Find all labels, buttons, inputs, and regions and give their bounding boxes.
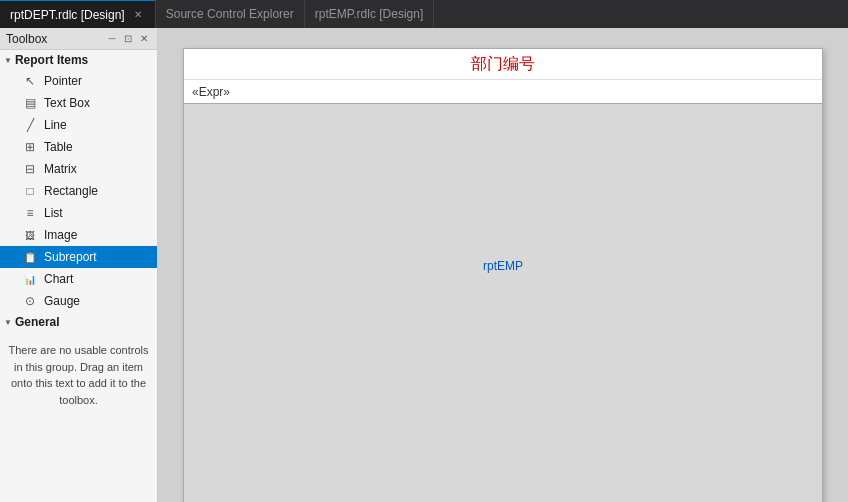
toolbox-item-table[interactable]: Table — [0, 136, 157, 158]
toolbox-close-icon[interactable]: ✕ — [137, 32, 151, 46]
report-expr-row: «Expr» — [184, 80, 822, 103]
toolbox-header-icons: ─ ⊡ ✕ — [105, 32, 151, 46]
general-help-text: There are no usable controls in this gro… — [4, 334, 153, 416]
item-pointer-label: Pointer — [44, 74, 82, 88]
item-image-label: Image — [44, 228, 77, 242]
expr-text: «Expr» — [192, 85, 230, 99]
toolbox-panel: Toolbox ─ ⊡ ✕ ▼ Report Items Pointer Tex… — [0, 28, 158, 502]
item-list-label: List — [44, 206, 63, 220]
item-subreport-label: Subreport — [44, 250, 97, 264]
section-report-items-label: Report Items — [15, 53, 88, 67]
section-report-items-arrow: ▼ — [4, 56, 12, 65]
chart-icon — [22, 271, 38, 287]
toolbox-item-gauge[interactable]: Gauge — [0, 290, 157, 312]
toolbox-item-rectangle[interactable]: Rectangle — [0, 180, 157, 202]
item-gauge-label: Gauge — [44, 294, 80, 308]
tab-bar: rptDEPT.rdlc [Design] ✕ Source Control E… — [0, 0, 848, 28]
item-table-label: Table — [44, 140, 73, 154]
tab-rptDEPT-label: rptDEPT.rdlc [Design] — [10, 8, 125, 22]
tab-rptEMP-label: rptEMP.rdlc [Design] — [315, 7, 424, 21]
toolbox-header: Toolbox ─ ⊡ ✕ — [0, 28, 157, 50]
item-rectangle-label: Rectangle — [44, 184, 98, 198]
report-header-band: 部门编号 «Expr» — [184, 49, 822, 104]
report-title-text: 部门编号 — [471, 54, 535, 75]
rectangle-icon — [22, 183, 38, 199]
item-textbox-label: Text Box — [44, 96, 90, 110]
item-matrix-label: Matrix — [44, 162, 77, 176]
section-general-header[interactable]: ▼ General — [0, 312, 157, 332]
main-area: Toolbox ─ ⊡ ✕ ▼ Report Items Pointer Tex… — [0, 28, 848, 502]
table-icon — [22, 139, 38, 155]
section-general-label: General — [15, 315, 60, 329]
toolbox-item-image[interactable]: Image — [0, 224, 157, 246]
section-general-arrow: ▼ — [4, 318, 12, 327]
toolbox-item-pointer[interactable]: Pointer — [0, 70, 157, 92]
image-icon — [22, 227, 38, 243]
list-icon — [22, 205, 38, 221]
line-icon — [22, 117, 38, 133]
section-report-items-header[interactable]: ▼ Report Items — [0, 50, 157, 70]
textbox-icon — [22, 95, 38, 111]
toolbox-item-line[interactable]: Line — [0, 114, 157, 136]
tab-source-control-label: Source Control Explorer — [166, 7, 294, 21]
item-chart-label: Chart — [44, 272, 73, 286]
tab-rptDEPT[interactable]: rptDEPT.rdlc [Design] ✕ — [0, 0, 156, 28]
tab-source-control[interactable]: Source Control Explorer — [156, 0, 305, 28]
toolbox-item-list[interactable]: List — [0, 202, 157, 224]
subreport-label-text: rptEMP — [483, 259, 523, 273]
subreport-icon — [22, 249, 38, 265]
tab-rptDEPT-close[interactable]: ✕ — [131, 8, 145, 22]
toolbox-item-subreport[interactable]: Subreport — [0, 246, 157, 268]
pointer-icon — [22, 73, 38, 89]
toolbox-dock-icon[interactable]: ⊡ — [121, 32, 135, 46]
toolbox-item-matrix[interactable]: Matrix — [0, 158, 157, 180]
item-line-label: Line — [44, 118, 67, 132]
toolbox-pin-icon[interactable]: ─ — [105, 32, 119, 46]
design-area[interactable]: 部门编号 «Expr» rptEMP — [158, 28, 848, 502]
report-body-band: rptEMP — [184, 104, 822, 502]
gauge-icon — [22, 293, 38, 309]
tab-rptEMP[interactable]: rptEMP.rdlc [Design] — [305, 0, 435, 28]
toolbox-item-chart[interactable]: Chart — [0, 268, 157, 290]
toolbox-title: Toolbox — [6, 32, 101, 46]
report-title-row: 部门编号 — [184, 49, 822, 80]
matrix-icon — [22, 161, 38, 177]
toolbox-general-content: There are no usable controls in this gro… — [0, 332, 157, 418]
report-canvas: 部门编号 «Expr» rptEMP — [183, 48, 823, 502]
toolbox-item-textbox[interactable]: Text Box — [0, 92, 157, 114]
